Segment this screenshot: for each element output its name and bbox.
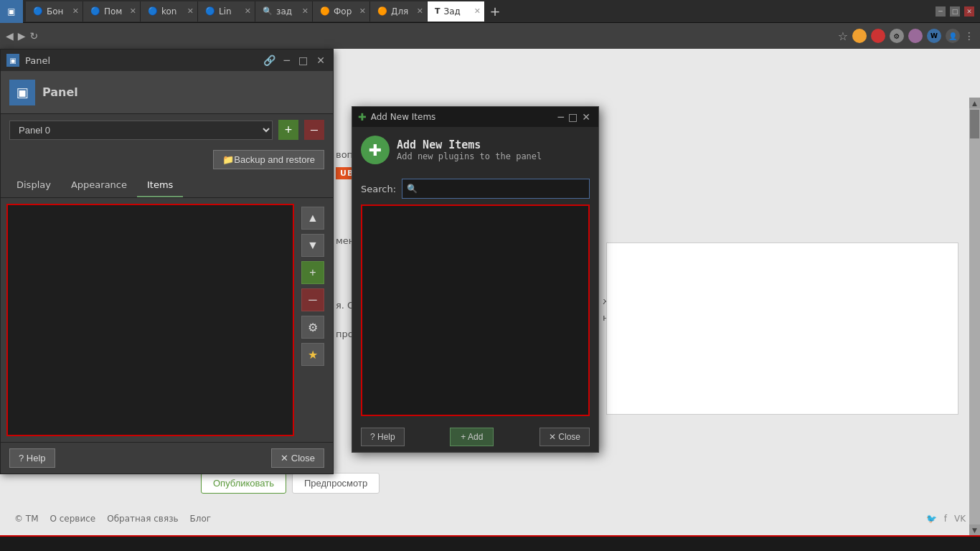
tab-bon[interactable]: 🔵 Бон ✕ — [26, 1, 83, 22]
items-settings-button[interactable]: ⚙ — [301, 316, 324, 339]
panel-help-button[interactable]: ? Help — [9, 448, 55, 468]
search-input[interactable] — [420, 182, 585, 196]
text-area-bg — [606, 242, 958, 415]
panel-close-button[interactable]: ✕ Close — [271, 448, 324, 468]
add-items-close-titlebar-icon[interactable]: ✕ — [580, 111, 593, 123]
vk-icon[interactable]: VK — [954, 514, 966, 524]
tab-close-icon[interactable]: ✕ — [187, 6, 194, 16]
reload-icon[interactable]: ↻ — [30, 30, 39, 42]
tab-zad1[interactable]: 🔍 зад ✕ — [255, 1, 313, 22]
scrollbar-thumb[interactable] — [970, 110, 979, 138]
publish-button[interactable]: Опубликовать — [201, 473, 286, 494]
extension-icon-orange[interactable] — [852, 29, 867, 43]
add-items-close-button[interactable]: ✕ Close — [540, 428, 590, 446]
panel-dialog-titlebar: ▣ Panel 🔗 ─ □ ✕ — [1, 50, 333, 71]
twitter-icon[interactable]: 🐦 — [926, 514, 937, 524]
add-items-help-button[interactable]: ? Help — [361, 428, 405, 446]
tab-close-icon[interactable]: ✕ — [245, 6, 251, 16]
extension-icon-blue[interactable]: W — [927, 29, 941, 43]
add-items-add-button[interactable]: + Add — [450, 428, 494, 446]
footer-social: 🐦 f VK — [926, 514, 966, 524]
backup-restore-button[interactable]: 📁Backup and restore — [213, 150, 324, 169]
bookmark-star-icon[interactable]: ☆ — [838, 29, 848, 43]
panel-items-area: ▲ ▼ + ─ ⚙ ★ — [1, 198, 333, 442]
panel-select-row: Panel 0 + ─ — [1, 114, 333, 146]
panel-select[interactable]: Panel 0 — [9, 121, 273, 140]
main-content: UBUNTU вопро меню я. Об проб жения, проп… — [0, 49, 980, 551]
tab-close-icon[interactable]: ✕ — [417, 6, 423, 16]
panel-maximize-icon[interactable]: □ — [296, 55, 310, 66]
items-add-button[interactable]: + — [301, 261, 324, 284]
tab-display[interactable]: Display — [6, 174, 61, 197]
tab-zad-active[interactable]: T Зад ✕ — [428, 1, 485, 22]
panel-minimize-icon[interactable]: ─ — [282, 55, 292, 66]
panel-close-icon[interactable]: ✕ — [314, 55, 327, 66]
tab-dlya[interactable]: 🟠 Для ✕ — [370, 1, 428, 22]
items-move-down-button[interactable]: ▼ — [301, 234, 324, 257]
back-icon[interactable]: ◀ — [6, 30, 14, 42]
scroll-down-arrow[interactable]: ▼ — [969, 524, 980, 535]
close-button[interactable]: ✕ — [964, 6, 974, 17]
panel-remove-panel-button[interactable]: ─ — [304, 120, 324, 140]
forward-icon[interactable]: ▶ — [18, 30, 26, 42]
tab-favicon: 🔍 — [263, 6, 273, 16]
add-items-minimize-icon[interactable]: □ — [566, 111, 580, 123]
items-move-up-button[interactable]: ▲ — [301, 207, 324, 230]
items-favorite-button[interactable]: ★ — [301, 343, 324, 366]
tab-label: Lin — [219, 6, 232, 17]
panel-pin-icon[interactable]: 🔗 — [261, 55, 278, 66]
tab-favicon: 🔵 — [90, 6, 100, 16]
nav-buttons: ◀ ▶ ↻ — [6, 30, 38, 42]
tab-label: Зад — [444, 6, 461, 17]
tab-lin[interactable]: 🔵 Lin ✕ — [198, 1, 255, 22]
panel-dialog: ▣ Panel 🔗 ─ □ ✕ ▣ Panel Panel 0 + ─ — [0, 49, 334, 474]
bottom-status-bar — [0, 535, 980, 551]
app-icon: ▣ — [7, 6, 15, 17]
extension-icon-gear[interactable]: ⚙ — [890, 29, 904, 43]
panel-add-panel-button[interactable]: + — [278, 120, 298, 140]
facebook-icon[interactable]: f — [944, 514, 947, 524]
tab-pom[interactable]: 🔵 Пом ✕ — [83, 1, 141, 22]
extension-icon-purple[interactable] — [908, 29, 923, 43]
tab-close-icon[interactable]: ✕ — [474, 6, 481, 16]
tab-close-icon[interactable]: ✕ — [72, 6, 79, 16]
footer-feedback[interactable]: Обратная связь — [107, 514, 178, 524]
tab-appearance[interactable]: Appearance — [61, 174, 137, 197]
panel-items-controls: ▲ ▼ + ─ ⚙ ★ — [298, 204, 327, 436]
add-items-header: ✚ Add New Items Add new plugins to the p… — [352, 127, 598, 173]
search-icon: 🔍 — [407, 184, 418, 194]
scroll-up-arrow[interactable]: ▲ — [969, 98, 980, 108]
tab-close-icon[interactable]: ✕ — [302, 6, 308, 16]
panel-logo-icon: ▣ — [16, 85, 28, 100]
extension-icon-red[interactable] — [871, 29, 885, 43]
panel-items-list — [6, 204, 294, 436]
browser-tabs: 🔵 Бон ✕ 🔵 Пом ✕ 🔵 kon ✕ 🔵 Lin ✕ 🔍 зад ✕ … — [26, 0, 930, 23]
browser-scrollbar[interactable]: ▲ ▼ — [969, 98, 980, 535]
add-items-pin-icon[interactable]: ─ — [556, 111, 566, 123]
tab-kon[interactable]: 🔵 kon ✕ — [141, 1, 198, 22]
add-items-footer: ? Help + Add ✕ Close — [352, 422, 598, 452]
tab-label: Для — [391, 6, 408, 17]
panel-title: Panel — [42, 85, 78, 99]
minimize-button[interactable]: ─ — [936, 6, 946, 17]
search-wrapper: 🔍 — [402, 179, 590, 199]
new-tab-button[interactable]: + — [485, 1, 505, 22]
footer-copyright: © ТМ — [14, 514, 39, 524]
footer-about[interactable]: О сервисе — [50, 514, 96, 524]
window-controls: ─ □ ✕ — [930, 6, 980, 17]
publish-area: Опубликовать Предпросмотр — [201, 473, 380, 494]
panel-titlebar-controls: 🔗 ─ □ ✕ — [261, 55, 327, 66]
tab-label: зад — [276, 6, 292, 17]
maximize-button[interactable]: □ — [950, 6, 960, 17]
user-avatar[interactable]: 👤 — [946, 29, 960, 43]
tab-for[interactable]: 🟠 Фор ✕ — [313, 1, 370, 22]
browser-menu-icon[interactable]: ⋮ — [964, 30, 974, 42]
tab-items[interactable]: Items — [137, 174, 183, 197]
footer-blog[interactable]: Блог — [190, 514, 212, 524]
add-items-list — [361, 204, 590, 416]
tab-close-icon[interactable]: ✕ — [359, 6, 366, 16]
items-remove-button[interactable]: ─ — [301, 288, 324, 311]
tab-favicon: 🔵 — [148, 6, 158, 16]
tab-close-icon[interactable]: ✕ — [130, 6, 136, 16]
preview-button[interactable]: Предпросмотр — [292, 473, 380, 494]
